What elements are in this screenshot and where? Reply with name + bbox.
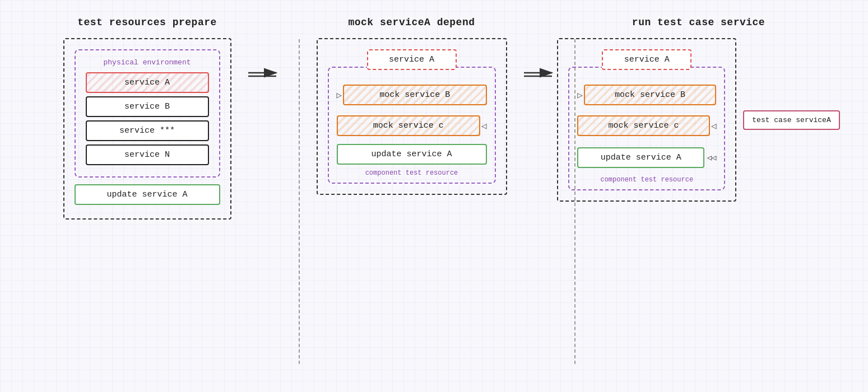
physical-environment-label: physical environment — [86, 58, 209, 67]
test-case-servicea-box: test case serviceA — [743, 110, 839, 130]
mock-b-arrow-right-3: ▷ — [577, 90, 583, 101]
mock-service-b-box-2: mock service B — [343, 85, 486, 105]
section3-title: run test case service — [632, 17, 765, 28]
update-service-a-box-1: update service A — [75, 184, 220, 205]
service-xxx-box: service *** — [86, 120, 209, 141]
mock-c-arrow-left: ◁ — [481, 120, 487, 132]
section3-service-a-top: service A — [602, 49, 691, 70]
update-service-a-box-2: update service A — [337, 144, 487, 165]
mock-b-arrow-right: ▷ — [337, 90, 342, 101]
arrow-1 — [243, 62, 293, 84]
section2-title: mock serviceA depend — [348, 17, 475, 28]
diagram: test resources prepare physical environm… — [0, 0, 868, 392]
double-arrow-indicator: ◁◁ — [707, 153, 716, 162]
service-n-box: service N — [86, 144, 209, 165]
section-2: mock serviceA depend service A ▷ mock se… — [305, 17, 518, 195]
section2-component-box: ▷ mock service B mock service c ◁ update… — [328, 67, 496, 184]
mock-service-c-box-2: mock service c — [337, 115, 480, 136]
physical-environment-box: physical environment service A service B… — [75, 49, 220, 178]
update-service-a-box-3: update service A — [577, 147, 704, 168]
separator-1 — [293, 17, 305, 364]
section1-outer-box: physical environment service A service B… — [63, 38, 231, 220]
arrow-1-svg — [245, 62, 290, 84]
section2-component-label: component test resource — [337, 169, 487, 177]
section3-component-label: component test resource — [577, 176, 716, 184]
section2-service-a-top: service A — [367, 49, 457, 70]
section-1: test resources prepare physical environm… — [52, 17, 243, 220]
section2-outer-box: service A ▷ mock service B mock service … — [317, 38, 507, 195]
service-b-box: service B — [86, 96, 209, 117]
section1-title: test resources prepare — [77, 17, 217, 28]
mock-service-b-box-3: mock service B — [584, 85, 716, 105]
section-3: run test case service service A ▷ mock s… — [581, 17, 816, 202]
mock-c-arrow-left-3: ◁ — [711, 120, 717, 132]
section3-component-box: ▷ mock service B mock service c ◁ update… — [568, 67, 725, 190]
service-a-box: service A — [86, 72, 209, 93]
section3-outer-box: service A ▷ mock service B mock service … — [557, 38, 736, 202]
mock-service-c-box-3: mock service c — [577, 115, 709, 136]
